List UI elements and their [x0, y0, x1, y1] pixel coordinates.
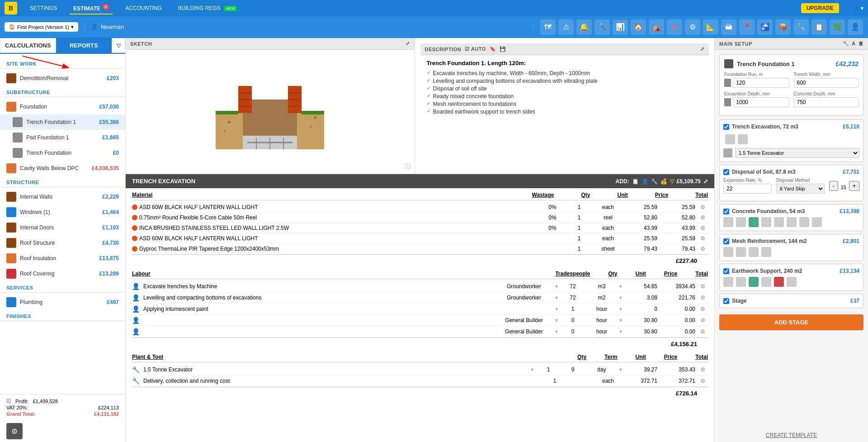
sidebar-item-cavity-walls[interactable]: Cavity Walls Below DPC £4,036,535: [0, 161, 125, 176]
unit-arrow-0[interactable]: ▾: [619, 283, 622, 290]
sidebar-item-roof-covering[interactable]: Roof Covering £13,289: [0, 266, 125, 281]
expansion-input[interactable]: [723, 184, 772, 194]
earthwork-checkbox[interactable]: [723, 268, 729, 274]
dropdown-arrow-2[interactable]: ▾: [555, 306, 558, 312]
tool-1[interactable]: [725, 134, 735, 144]
tool-red[interactable]: ■: [667, 19, 682, 35]
earthwork-tool-6[interactable]: [787, 277, 797, 287]
tool-leaf[interactable]: 🌿: [830, 19, 845, 35]
tab-reports[interactable]: REPORTS: [56, 38, 112, 53]
tool-2[interactable]: [738, 134, 748, 144]
nav-estimate[interactable]: ESTIMATE D: [70, 2, 113, 14]
earthwork-tool-5[interactable]: [774, 277, 784, 287]
plus-btn[interactable]: +: [849, 181, 859, 191]
concrete-tool-2[interactable]: [736, 217, 746, 227]
add-labour-icon[interactable]: 👤: [642, 178, 648, 185]
gear-icon-m0[interactable]: ⚙: [697, 204, 708, 210]
gear-icon-m3[interactable]: ⚙: [697, 235, 708, 242]
add-material-icon[interactable]: 📋: [632, 178, 639, 185]
unit-arrow-2[interactable]: ▾: [619, 306, 622, 312]
tab-calculations[interactable]: CALCULATIONS: [0, 38, 56, 53]
tool-water[interactable]: 🚰: [757, 19, 773, 35]
sidebar-item-foundation[interactable]: Foundation £57,030: [0, 99, 125, 114]
sidebar-item-roof-insulation[interactable]: Roof Insulation £13,875: [0, 251, 125, 266]
wrench-icon[interactable]: 🔧: [843, 41, 849, 47]
plant-arrow-0[interactable]: ▾: [531, 366, 533, 373]
mesh-label[interactable]: Mesh Reinforcement, 144 m2: [723, 238, 807, 244]
concrete-tool-6[interactable]: [787, 217, 797, 227]
filter-icon[interactable]: ▽: [670, 178, 674, 185]
mesh-checkbox[interactable]: [723, 238, 729, 244]
excavator-select[interactable]: 1.5 Tonne Excavator: [735, 148, 859, 158]
mesh-tool-4[interactable]: [761, 247, 771, 257]
earthwork-tool-2[interactable]: [736, 277, 746, 287]
nav-settings[interactable]: SETTINGS: [26, 3, 61, 13]
sidebar-item-internal-walls[interactable]: Internal Walls £2,229: [0, 189, 125, 204]
trench-excavation-checkbox[interactable]: [723, 124, 729, 130]
gear-icon-l4[interactable]: ⚙: [697, 328, 708, 335]
gear-icon-l0[interactable]: ⚙: [697, 283, 708, 290]
tool-map[interactable]: 🗺: [540, 19, 556, 35]
sidebar-item-trench-foundation-1[interactable]: Trench Foundation 1 £55,366: [0, 114, 125, 130]
tool-box[interactable]: 📦: [775, 19, 791, 35]
dropdown-arrow-0[interactable]: ▾: [555, 283, 558, 290]
earthwork-label[interactable]: Earthwork Support, 240 m2: [723, 268, 802, 274]
earthwork-tool-3[interactable]: [749, 277, 759, 287]
excavation-depth-input[interactable]: [733, 97, 789, 107]
concrete-depth-input[interactable]: [794, 97, 859, 107]
nav-accounting[interactable]: ACCOUNTING: [122, 3, 165, 13]
disposal-checkbox[interactable]: [723, 169, 729, 175]
app-logo[interactable]: B: [5, 2, 17, 14]
disposal-method-select[interactable]: 6 Yard Skip: [776, 184, 825, 194]
tool-alert[interactable]: ⚠: [558, 19, 574, 35]
gear-icon-m2[interactable]: ⚙: [697, 225, 708, 231]
sidebar-item-trench-foundation[interactable]: Trench Foundation £0: [0, 145, 125, 161]
sidebar-item-internal-doors[interactable]: Internal Doors £1,103: [0, 220, 125, 235]
sidebar-item-demolition[interactable]: Demolition/Removal £203: [0, 71, 125, 86]
nav-building-regs[interactable]: BUILDING REGS NEW: [175, 3, 241, 13]
sketch-info-icon[interactable]: ⓘ: [405, 163, 411, 171]
tool-house[interactable]: 🏠: [631, 19, 646, 35]
tool-notify[interactable]: 🔔: [576, 19, 592, 35]
earthwork-tool-1[interactable]: [723, 277, 733, 287]
tool-hammer[interactable]: 🔨: [594, 19, 610, 35]
gear-icon-p0[interactable]: ⚙: [697, 366, 708, 373]
concrete-tool-8[interactable]: [812, 217, 822, 227]
earthwork-tool-4[interactable]: [761, 277, 771, 287]
stage-label[interactable]: Stage: [723, 298, 747, 304]
minus-btn[interactable]: -: [829, 181, 838, 191]
settings-button[interactable]: ⚙: [6, 423, 23, 439]
add-cost-icon[interactable]: 💰: [660, 178, 667, 185]
delete-icon[interactable]: 🗑: [859, 41, 864, 47]
expand-estimate-icon[interactable]: ⤢: [703, 178, 708, 185]
unit-arrow-p0[interactable]: ▾: [619, 366, 622, 373]
concrete-tool-4[interactable]: [761, 217, 771, 227]
add-plant-icon[interactable]: 🔧: [651, 178, 658, 185]
mesh-tool-3[interactable]: [749, 247, 759, 257]
tool-clip[interactable]: 📋: [811, 19, 827, 35]
gear-icon-m4[interactable]: ⚙: [697, 246, 708, 252]
save-icon[interactable]: 💾: [500, 46, 506, 52]
sidebar-item-pad-foundation[interactable]: Pad Foundation 1 £1,665: [0, 130, 125, 145]
concrete-tool-7[interactable]: [799, 217, 809, 227]
sidebar-item-roof-structure[interactable]: Roof Structure £4,730: [0, 235, 125, 251]
sidebar-filter-icon[interactable]: ▽: [112, 38, 125, 53]
unit-arrow-3[interactable]: ▾: [619, 317, 622, 323]
unit-arrow-1[interactable]: ▾: [619, 295, 622, 301]
gear-icon-p1[interactable]: ⚙: [697, 378, 708, 384]
tool-ruler[interactable]: 📐: [703, 19, 718, 35]
user-icon[interactable]: 👤 ▾: [853, 5, 863, 11]
concrete-checkbox[interactable]: [723, 209, 729, 214]
concrete-label[interactable]: Concrete Foundation, 54 m3: [723, 208, 805, 214]
mesh-tool-2[interactable]: [736, 247, 746, 257]
dropdown-arrow-3[interactable]: ▾: [555, 317, 558, 323]
tool-wrench[interactable]: 🔧: [793, 19, 809, 35]
gear-icon-l2[interactable]: ⚙: [697, 306, 708, 312]
font-size-icon[interactable]: A: [852, 41, 855, 47]
foundation-run-input[interactable]: [733, 78, 789, 88]
disposal-label[interactable]: Disposal of Soil, 87.8 m3: [723, 169, 796, 175]
tool-tent[interactable]: ⛺: [649, 19, 664, 35]
trench-excavation-label[interactable]: Trench Excavation, 72 m3: [723, 124, 798, 130]
auto-checkbox[interactable]: ☑ Auto: [465, 46, 486, 52]
gear-icon-l1[interactable]: ⚙: [697, 295, 708, 301]
